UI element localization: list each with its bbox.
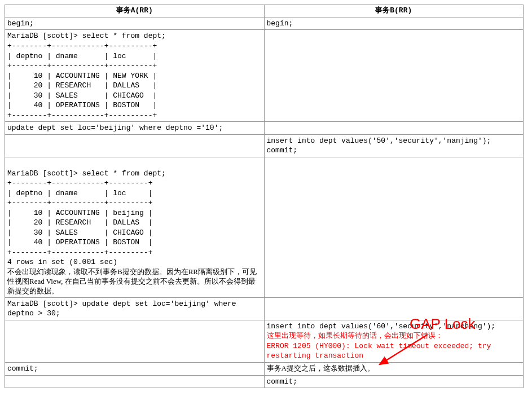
- cell-b-after-commit: 事务A提交之后，这条数据插入。: [267, 364, 375, 372]
- page-wrap: 事务A(RR) 事务B(RR) begin; begin; MariaDB [s…: [5, 5, 529, 388]
- cell-a-select1: MariaDB [scott]> select * from dept; +--…: [7, 31, 262, 120]
- cell-b-commit: commit;: [267, 377, 521, 387]
- cell-b-insert2: insert into dept values('60','security',…: [267, 322, 521, 332]
- table-row: commit; 事务A提交之后，这条数据插入。: [5, 362, 524, 375]
- table-row: begin; begin;: [5, 17, 524, 30]
- cell-b-insert1: insert into dept values('50','security',…: [267, 136, 521, 156]
- cell-a-update1: update dept set loc='beijing' where dept…: [7, 123, 262, 133]
- cell-b-begin: begin;: [267, 19, 521, 29]
- cell-a-note: 不会出现幻读现象，读取不到事务B提交的数据。因为在RR隔离级别下，可见性视图Re…: [7, 267, 262, 296]
- table-row: commit;: [5, 375, 524, 388]
- table-row: MariaDB [scott]> select * from dept; +--…: [5, 30, 524, 122]
- cell-a-update2: MariaDB [scott]> update dept set loc='be…: [7, 299, 262, 319]
- table-row: update dept set loc='beijing' where dept…: [5, 122, 524, 135]
- table-row: MariaDB [scott]> select * from dept; +--…: [5, 157, 524, 298]
- cell-a-commit: commit;: [7, 364, 262, 374]
- table-header-row: 事务A(RR) 事务B(RR): [5, 5, 524, 17]
- gap-lock-annotation: GAP Lock: [410, 315, 476, 334]
- table-row: insert into dept values('50','security',…: [5, 134, 524, 157]
- cell-a-select2: MariaDB [scott]> select * from dept; +--…: [7, 159, 262, 267]
- cell-b-error: 这里出现等待，如果长期等待的话，会出现如下错误： ERROR 1205 (HY0…: [267, 331, 521, 361]
- col-b-header: 事务B(RR): [264, 5, 524, 17]
- col-a-header: 事务A(RR): [5, 5, 265, 17]
- cell-a-begin: begin;: [7, 19, 262, 29]
